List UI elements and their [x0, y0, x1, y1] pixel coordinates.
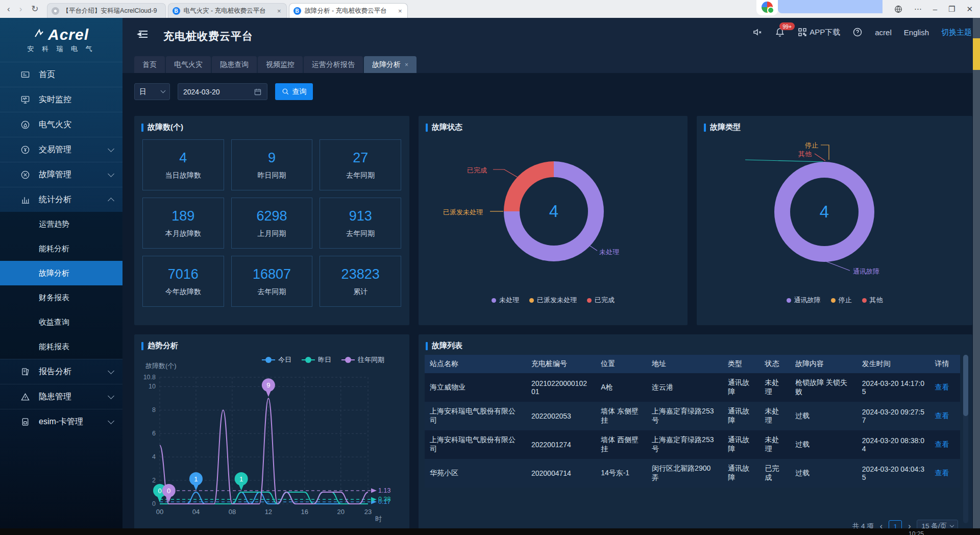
title-accent-bar [141, 342, 143, 350]
tab-首页[interactable]: 首页 [134, 56, 165, 73]
donut-ring[interactable]: 4 [504, 161, 604, 261]
sidebar-item-隐患管理[interactable]: 隐患管理 [0, 384, 122, 409]
query-button[interactable]: 查询 [275, 83, 313, 100]
cell-time: 2024-03-20 14:17:05 [857, 373, 930, 402]
svg-text:1: 1 [239, 475, 243, 483]
table-scrollbar[interactable] [963, 355, 968, 523]
legend-item-已派发未处理[interactable]: 已派发未处理 [529, 296, 577, 305]
sidebar-item-实时监控[interactable]: 实时监控 [0, 87, 122, 112]
date-input[interactable]: 2024-03-20 [178, 83, 267, 100]
tab-电气火灾[interactable]: 电气火灾 [166, 56, 211, 73]
forward-icon[interactable]: › [19, 5, 22, 13]
legend-item-通讯故障[interactable]: 通讯故障 [787, 296, 821, 305]
fault-type-chart[interactable]: 4 停止 其他 通讯故障 通讯故障停止其他 [697, 116, 972, 325]
panel-fault-count: 故障数(个) 4当日故障数9昨日同期27去年同期189本月故障数6298上月同期… [134, 116, 409, 325]
svg-text:今日: 今日 [278, 356, 291, 363]
sidebar-item-首页[interactable]: 首页 [0, 62, 122, 87]
app-download[interactable]: APP下载 [797, 27, 840, 37]
view-detail-link[interactable]: 查看 [935, 383, 949, 391]
tab-运营分析报告[interactable]: 运营分析报告 [304, 56, 363, 73]
stat-value: 9 [268, 150, 276, 166]
fault-status-chart[interactable]: 4 已完成 已派发未处理 未处理 未处理已派发未处理已完成 [419, 116, 688, 325]
globe-icon[interactable] [894, 5, 903, 14]
donut-ring[interactable]: 4 [774, 162, 874, 262]
restore-icon[interactable]: ❐ [948, 5, 955, 14]
sidebar-item-统计分析[interactable]: 统计分析 [0, 187, 122, 212]
browser-menu-icon[interactable]: ⋯ [914, 5, 922, 14]
sidebar-item-esim-卡管理[interactable]: esim-卡管理 [0, 409, 122, 434]
stat-card: 913去年同期 [320, 198, 401, 249]
cell-content: 过载 [790, 402, 857, 430]
legend-item-未处理[interactable]: 未处理 [492, 296, 519, 305]
minimize-icon[interactable]: – [933, 5, 937, 13]
browser-tab[interactable]: 【平台介绍】安科瑞AcrelCloud-9 [47, 3, 166, 18]
stats-icon [20, 195, 30, 205]
page-scrollbar-thumb[interactable] [973, 38, 980, 70]
chevron-up-icon [108, 198, 114, 204]
username[interactable]: acrel [875, 28, 892, 37]
trend-chart-svg[interactable]: 024681010.800040812162023故障数(个)时0.170.38… [134, 353, 409, 534]
theme-switch[interactable]: 切换主题 [941, 28, 972, 37]
legend-item-其他[interactable]: 其他 [862, 296, 883, 305]
browser-tab[interactable]: 故障分析 - 充电桩收费云平台× [289, 3, 408, 18]
profile-card[interactable] [756, 0, 778, 15]
profile-avatar-icon[interactable] [762, 2, 773, 13]
cell-detail: 查看 [929, 430, 960, 459]
sidebar-subitem-财务报表[interactable]: 财务报表 [0, 285, 122, 310]
sidebar-item-故障管理[interactable]: 故障管理 [0, 162, 122, 187]
sim-icon [20, 417, 30, 427]
browser-tab[interactable]: 电气火灾 - 充电桩收费云平台× [168, 3, 287, 18]
sidebar-item-label: 电气火灾 [39, 119, 113, 130]
sidebar-subitem-能耗分析[interactable]: 能耗分析 [0, 236, 122, 261]
tab-close-icon[interactable]: × [397, 7, 403, 15]
tab-label: 运营分析报告 [312, 60, 355, 69]
sidebar-subitem-故障分析[interactable]: 故障分析 [0, 261, 122, 285]
view-detail-link[interactable]: 查看 [935, 440, 949, 448]
mute-icon[interactable] [752, 27, 763, 37]
sidebar-subitem-收益查询[interactable]: 收益查询 [0, 310, 122, 334]
tab-close-icon[interactable]: × [405, 61, 408, 68]
sidebar-item-报告分析[interactable]: 报告分析 [0, 359, 122, 384]
svg-text:00: 00 [156, 508, 163, 516]
help-icon[interactable] [852, 27, 863, 37]
view-detail-link[interactable]: 查看 [935, 411, 949, 420]
panel-fault-list: 故障列表 站点名称充电桩编号位置地址类型状态故障内容发生时间详情 海立威物业20… [419, 334, 972, 535]
svg-text:2: 2 [152, 477, 156, 484]
sidebar-subitem-能耗报表[interactable]: 能耗报表 [0, 334, 122, 359]
sidebar-item-交易管理[interactable]: 交易管理 [0, 137, 122, 162]
view-detail-link[interactable]: 查看 [935, 469, 949, 477]
legend-item-停止[interactable]: 停止 [831, 296, 852, 305]
back-icon[interactable]: ‹ [7, 5, 10, 13]
trend-line-chart[interactable]: 024681010.800040812162023故障数(个)时0.170.38… [134, 353, 409, 534]
sidebar-item-电气火灾[interactable]: 电气火灾 [0, 112, 122, 137]
svg-text:16: 16 [301, 508, 308, 516]
cell-status: 已完成 [760, 459, 790, 488]
sidebar-collapse-icon[interactable] [137, 29, 149, 40]
svg-text:10: 10 [149, 383, 156, 390]
sidebar-item-label: esim-卡管理 [39, 417, 100, 427]
legend-item-已完成[interactable]: 已完成 [587, 296, 615, 305]
notifications[interactable]: 99+ [775, 27, 785, 37]
logo-glyph-icon [34, 29, 45, 41]
svg-text:6: 6 [152, 430, 156, 437]
tab-视频监控[interactable]: 视频监控 [258, 56, 303, 73]
language-switch[interactable]: English [904, 28, 929, 37]
chevron-down-icon [108, 368, 114, 374]
fault-icon [20, 170, 30, 180]
filter-bar: 日 2024-03-20 查询 [134, 83, 313, 100]
tab-故障分析[interactable]: 故障分析× [364, 56, 416, 73]
table-scrollbar-thumb[interactable] [963, 355, 968, 416]
reload-icon[interactable]: ↻ [31, 5, 38, 13]
stat-value: 6298 [256, 208, 287, 224]
browser-chrome: ‹ › ↻ 【平台介绍】安科瑞AcrelCloud-9电气火灾 - 充电桩收费云… [0, 0, 980, 18]
page-scrollbar[interactable] [973, 18, 980, 535]
sidebar-subitem-运营趋势[interactable]: 运营趋势 [0, 212, 122, 236]
profile-highlight[interactable] [778, 0, 883, 13]
tab-隐患查询[interactable]: 隐患查询 [212, 56, 257, 73]
period-select[interactable]: 日 [134, 83, 170, 100]
chevron-down-icon [950, 523, 954, 527]
close-window-icon[interactable]: ✕ [966, 5, 973, 14]
chevron-down-icon [108, 145, 114, 152]
stat-label: 当日故障数 [165, 171, 201, 180]
tab-close-icon[interactable]: × [276, 7, 282, 15]
